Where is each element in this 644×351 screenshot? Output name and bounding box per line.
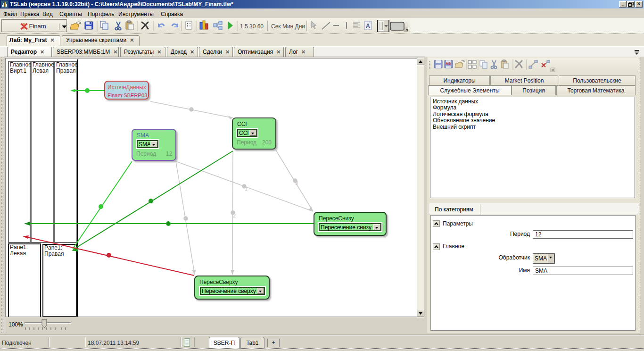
svg-text:1: 1 — [245, 186, 248, 192]
svg-text:3: 3 — [295, 180, 298, 186]
svg-text:AS: AS — [446, 61, 451, 66]
svg-text:A: A — [366, 23, 370, 29]
svg-text:2: 2 — [233, 213, 236, 218]
svg-text:Finam: Finam — [29, 23, 46, 30]
